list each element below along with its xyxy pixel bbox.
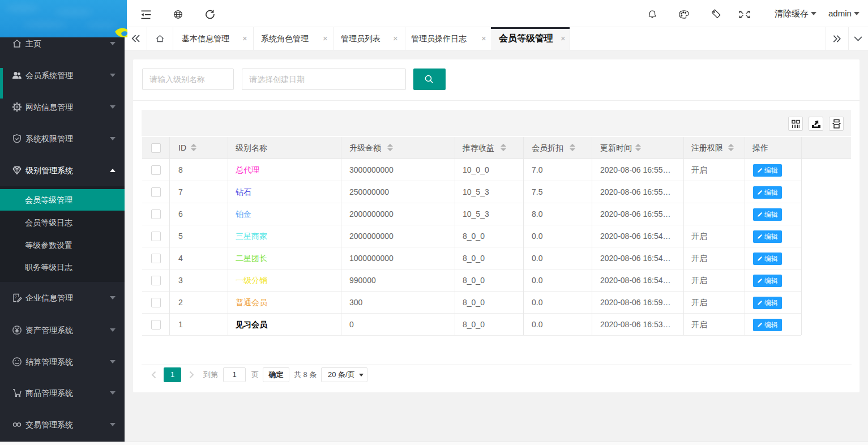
svg-text:?: ?: [15, 295, 17, 299]
